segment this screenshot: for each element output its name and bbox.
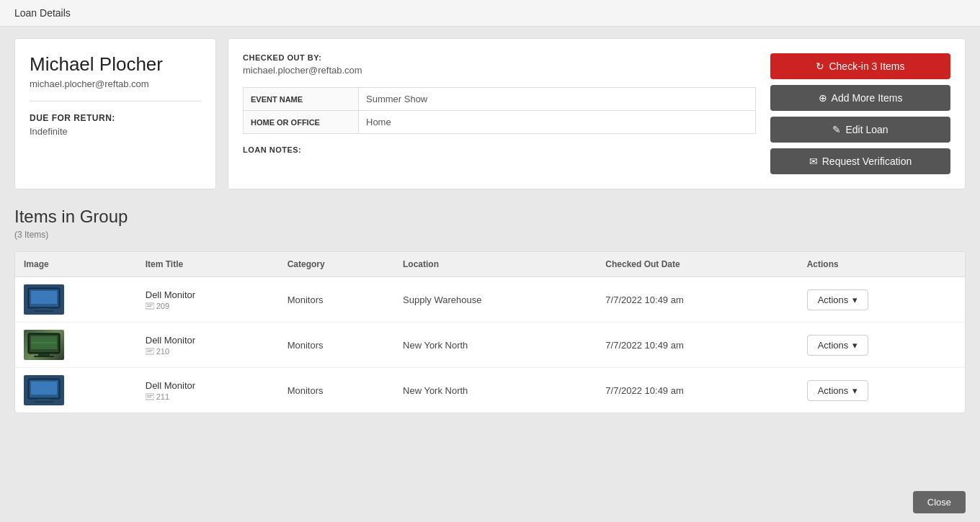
item-id: 210 xyxy=(146,347,270,356)
chevron-down-icon: ▾ xyxy=(852,385,858,396)
item-date-cell: 7/7/2022 10:49 am xyxy=(597,368,798,413)
col-location: Location xyxy=(394,252,597,277)
svg-rect-2 xyxy=(31,291,57,304)
svg-rect-23 xyxy=(147,395,153,396)
item-date-cell: 7/7/2022 10:49 am xyxy=(597,277,798,323)
table-row: Dell Monitor 209 MonitorsSupply Warehous… xyxy=(15,277,965,323)
svg-rect-6 xyxy=(147,305,153,305)
item-title-cell: Dell Monitor 210 xyxy=(137,323,279,368)
checkin-label: Check-in 3 Items xyxy=(829,60,904,72)
items-tbody: Dell Monitor 209 MonitorsSupply Warehous… xyxy=(15,277,965,413)
col-actions: Actions xyxy=(798,252,965,277)
item-title-text: Dell Monitor xyxy=(146,289,270,300)
svg-rect-12 xyxy=(38,354,50,356)
item-actions-cell: Actions ▾ xyxy=(798,323,965,368)
item-id: 211 xyxy=(146,392,270,401)
section-subtitle: (3 Items) xyxy=(14,230,966,240)
table-header: Image Item Title Category Location Check… xyxy=(15,252,965,277)
item-date-cell: 7/7/2022 10:49 am xyxy=(597,323,798,368)
right-panel: CHECKED OUT BY: michael.plocher@reftab.c… xyxy=(228,38,966,189)
chevron-down-icon: ▾ xyxy=(852,294,858,305)
home-or-office-row: HOME OR OFFICE Home xyxy=(244,111,756,134)
item-actions-cell: Actions ▾ xyxy=(798,277,965,323)
divider xyxy=(30,101,201,102)
svg-rect-24 xyxy=(147,397,151,397)
sync-icon: ↻ xyxy=(816,60,824,72)
actions-button[interactable]: Actions ▾ xyxy=(807,335,869,356)
edit-icon: ✎ xyxy=(832,124,841,135)
item-category-cell: Monitors xyxy=(279,277,394,323)
svg-rect-7 xyxy=(147,306,151,307)
left-panel: Michael Plocher michael.plocher@reftab.c… xyxy=(14,38,216,189)
item-location-cell: New York North xyxy=(394,323,597,368)
page-content: Michael Plocher michael.plocher@reftab.c… xyxy=(0,27,980,482)
checked-out-by-label: CHECKED OUT BY: xyxy=(243,53,756,62)
page-header: Loan Details xyxy=(0,0,980,27)
svg-rect-19 xyxy=(31,382,57,395)
item-title-text: Dell Monitor xyxy=(146,335,270,346)
svg-rect-21 xyxy=(34,401,54,402)
section-title: Items in Group xyxy=(14,207,966,227)
checked-out-by-email: michael.plocher@reftab.com xyxy=(243,65,756,76)
table-row: Dell Monitor 211 MonitorsNew York North7… xyxy=(15,368,965,413)
svg-rect-16 xyxy=(147,351,151,352)
col-checked-out-date: Checked Out Date xyxy=(597,252,798,277)
actions-button[interactable]: Actions ▾ xyxy=(807,289,869,310)
person-name: Michael Plocher xyxy=(30,53,201,76)
header-title: Loan Details xyxy=(14,7,71,19)
page-footer: Close xyxy=(0,482,980,522)
request-verification-button[interactable]: ✉ Request Verification xyxy=(770,148,950,174)
item-id: 209 xyxy=(146,302,270,310)
svg-rect-15 xyxy=(147,350,153,351)
event-name-value: Summer Show xyxy=(359,88,756,111)
close-button[interactable]: Close xyxy=(913,491,966,513)
item-image xyxy=(24,375,64,405)
event-name-label: EVENT NAME xyxy=(244,88,359,111)
col-category: Category xyxy=(279,252,394,277)
right-panel-actions: ↻ Check-in 3 Items ⊕ Add More Items ✎ Ed… xyxy=(770,53,950,174)
svg-rect-3 xyxy=(38,308,50,310)
checkin-button[interactable]: ↻ Check-in 3 Items xyxy=(770,53,950,79)
item-title-cell: Dell Monitor 211 xyxy=(137,368,279,413)
item-category-cell: Monitors xyxy=(279,368,394,413)
plus-icon: ⊕ xyxy=(819,92,827,104)
top-panels: Michael Plocher michael.plocher@reftab.c… xyxy=(14,38,966,189)
svg-rect-20 xyxy=(38,399,50,401)
item-actions-cell: Actions ▾ xyxy=(798,368,965,413)
actions-label: Actions xyxy=(818,294,849,305)
svg-rect-13 xyxy=(34,356,54,357)
item-image-cell xyxy=(15,277,137,323)
svg-rect-4 xyxy=(34,310,54,312)
item-title-cell: Dell Monitor 209 xyxy=(137,277,279,323)
loan-notes-label: LOAN NOTES: xyxy=(243,145,756,154)
due-value: Indefinite xyxy=(30,126,201,137)
envelope-icon: ✉ xyxy=(809,156,818,167)
item-image xyxy=(24,330,64,360)
item-image-cell xyxy=(15,323,137,368)
edit-loan-label: Edit Loan xyxy=(845,124,888,135)
svg-rect-11 xyxy=(31,342,57,343)
item-location-cell: Supply Warehouse xyxy=(394,277,597,323)
add-more-button[interactable]: ⊕ Add More Items xyxy=(770,85,950,111)
item-title-text: Dell Monitor xyxy=(146,380,270,391)
request-verification-label: Request Verification xyxy=(822,156,912,167)
person-email: michael.plocher@reftab.com xyxy=(30,78,201,89)
info-table: EVENT NAME Summer Show HOME OR OFFICE Ho… xyxy=(243,87,756,134)
chevron-down-icon: ▾ xyxy=(852,340,858,351)
item-image xyxy=(24,284,64,315)
actions-button[interactable]: Actions ▾ xyxy=(807,380,869,401)
edit-loan-button[interactable]: ✎ Edit Loan xyxy=(770,117,950,143)
table-row: Dell Monitor 210 MonitorsNew York North7… xyxy=(15,323,965,368)
item-location-cell: New York North xyxy=(394,368,597,413)
items-section: Items in Group (3 Items) Image Item Titl… xyxy=(14,207,966,413)
items-table: Image Item Title Category Location Check… xyxy=(15,252,965,413)
col-image: Image xyxy=(15,252,137,277)
item-category-cell: Monitors xyxy=(279,323,394,368)
item-image-cell xyxy=(15,368,137,413)
home-or-office-value: Home xyxy=(359,111,756,134)
col-item-title: Item Title xyxy=(137,252,279,277)
items-table-container: Image Item Title Category Location Check… xyxy=(14,251,966,413)
home-or-office-label: HOME OR OFFICE xyxy=(244,111,359,134)
actions-label: Actions xyxy=(818,385,849,396)
right-panel-left: CHECKED OUT BY: michael.plocher@reftab.c… xyxy=(243,53,756,174)
